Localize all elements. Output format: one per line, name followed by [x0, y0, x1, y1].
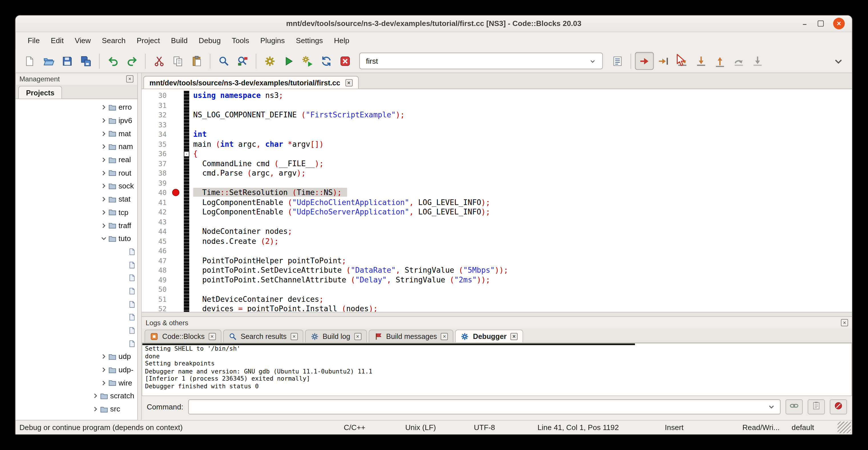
fold-margin[interactable] [183, 198, 191, 207]
tree-item-udp[interactable]: udp [16, 350, 137, 363]
log-tab-debugger[interactable]: Debugger× [455, 330, 523, 342]
chevron-right-icon[interactable] [100, 117, 107, 124]
next-instruction-button[interactable] [729, 52, 748, 70]
log-tab-code-blocks[interactable]: Code::Blocks× [144, 330, 221, 342]
menu-tools[interactable]: Tools [226, 34, 255, 47]
toolbar-overflow-button[interactable] [829, 52, 847, 70]
chevron-right-icon[interactable] [100, 130, 107, 137]
replace-button[interactable] [233, 52, 252, 70]
save-button[interactable] [58, 52, 76, 70]
fold-margin[interactable] [183, 236, 191, 246]
paste-button[interactable] [187, 52, 206, 70]
fold-margin[interactable] [183, 91, 191, 100]
tree-item-fo[interactable]: fo [16, 272, 137, 285]
chevron-down-icon[interactable] [100, 235, 107, 242]
fold-margin[interactable] [183, 169, 191, 178]
chevron-right-icon[interactable] [100, 156, 107, 163]
breakpoint-margin[interactable] [170, 256, 183, 265]
fold-margin[interactable] [183, 294, 191, 304]
tree-item-mat[interactable]: mat [16, 127, 137, 140]
breakpoint-margin[interactable] [170, 207, 183, 217]
editor-tab-first-cc[interactable]: mnt/dev/tools/source/ns-3-dev/examples/t… [143, 76, 359, 89]
code-editor[interactable]: 30using namespace ns3;3132NS_LOG_COMPONE… [142, 89, 852, 312]
logs-close-icon[interactable]: × [841, 319, 848, 326]
save-all-button[interactable] [76, 52, 95, 70]
undo-button[interactable] [103, 52, 122, 70]
minimize-button[interactable]: – [801, 20, 808, 27]
fold-margin[interactable] [183, 207, 191, 217]
chevron-right-icon[interactable] [100, 103, 107, 111]
rebuild-button[interactable] [317, 52, 336, 70]
menu-plugins[interactable]: Plugins [255, 34, 290, 47]
log-tab-build-messages[interactable]: Build messages× [368, 330, 454, 342]
chevron-right-icon[interactable] [100, 208, 107, 216]
open-file-button[interactable] [39, 52, 58, 70]
tree-item-fir[interactable]: fir [16, 259, 137, 272]
breakpoint-marker[interactable] [172, 189, 179, 196]
fold-margin[interactable] [183, 139, 191, 149]
tab-close-icon[interactable]: × [510, 333, 518, 340]
fold-margin[interactable] [183, 120, 191, 130]
editor-tab-close-icon[interactable]: × [345, 79, 352, 86]
breakpoint-margin[interactable] [170, 91, 183, 100]
menu-edit[interactable]: Edit [45, 34, 69, 47]
step-into-button[interactable] [691, 52, 710, 70]
fold-margin[interactable] [183, 110, 191, 120]
chevron-right-icon[interactable] [100, 366, 107, 374]
tree-item-tcp[interactable]: tcp [16, 206, 137, 219]
breakpoint-margin[interactable] [170, 139, 183, 149]
fold-margin[interactable] [183, 178, 191, 188]
menu-view[interactable]: View [69, 34, 96, 47]
fold-margin[interactable] [183, 227, 191, 236]
redo-button[interactable] [122, 52, 141, 70]
menu-search[interactable]: Search [96, 34, 131, 47]
fold-margin[interactable]: - [183, 149, 191, 159]
chevron-right-icon[interactable] [92, 405, 99, 413]
breakpoint-margin[interactable] [170, 159, 183, 169]
tree-item-se[interactable]: se [16, 311, 137, 324]
tree-item-th[interactable]: th [16, 337, 137, 350]
breakpoint-margin[interactable] [170, 100, 183, 110]
menu-file[interactable]: File [22, 34, 45, 47]
cut-button[interactable] [150, 52, 168, 70]
step-into-instruction-button[interactable] [748, 52, 767, 70]
tree-item-scratch[interactable]: scratch [16, 389, 137, 402]
menu-build[interactable]: Build [165, 34, 193, 47]
tree-item-src[interactable]: src [16, 402, 137, 416]
chevron-right-icon[interactable] [100, 353, 107, 361]
chevron-right-icon[interactable] [92, 392, 99, 400]
title-bar[interactable]: mnt/dev/tools/source/ns-3-dev/examples/t… [16, 16, 852, 32]
fold-margin[interactable] [183, 217, 191, 227]
tab-close-icon[interactable]: × [441, 333, 448, 340]
tab-close-icon[interactable]: × [354, 333, 361, 340]
fold-margin[interactable] [183, 256, 191, 265]
find-button[interactable] [214, 52, 233, 70]
breakpoint-margin[interactable] [170, 130, 183, 139]
tab-projects[interactable]: Projects [18, 86, 62, 99]
vertical-splitter[interactable] [137, 73, 142, 420]
fold-margin[interactable] [183, 100, 191, 110]
projects-tree[interactable]: erroipv6matnamrealroutsockstattcptrafftu… [16, 99, 137, 420]
menu-project[interactable]: Project [131, 34, 165, 47]
tree-item-tuto[interactable]: tuto [16, 232, 137, 245]
debug-continue-button[interactable] [635, 52, 654, 70]
menu-debug[interactable]: Debug [193, 34, 226, 47]
breakpoint-margin[interactable] [170, 246, 183, 256]
fold-margin[interactable] [183, 246, 191, 256]
tab-close-icon[interactable]: × [290, 333, 298, 340]
tree-item-real[interactable]: real [16, 153, 137, 167]
tree-item-fif[interactable]: fif [16, 245, 137, 259]
build-and-run-button[interactable] [298, 52, 317, 70]
chevron-right-icon[interactable] [100, 195, 107, 203]
tree-item-erro[interactable]: erro [16, 101, 137, 114]
fold-margin[interactable] [183, 285, 191, 294]
breakpoint-margin[interactable] [170, 304, 183, 312]
tree-item-udp[interactable]: udp- [16, 363, 137, 376]
stop-debugger-button[interactable] [830, 399, 847, 414]
run-to-cursor-button[interactable] [654, 52, 673, 70]
chevron-down-icon[interactable] [768, 403, 775, 410]
tree-item-wire[interactable]: wire [16, 376, 137, 389]
management-close-icon[interactable]: × [126, 76, 133, 83]
breakpoint-margin[interactable] [170, 149, 183, 159]
tree-item-si[interactable]: si [16, 324, 137, 337]
